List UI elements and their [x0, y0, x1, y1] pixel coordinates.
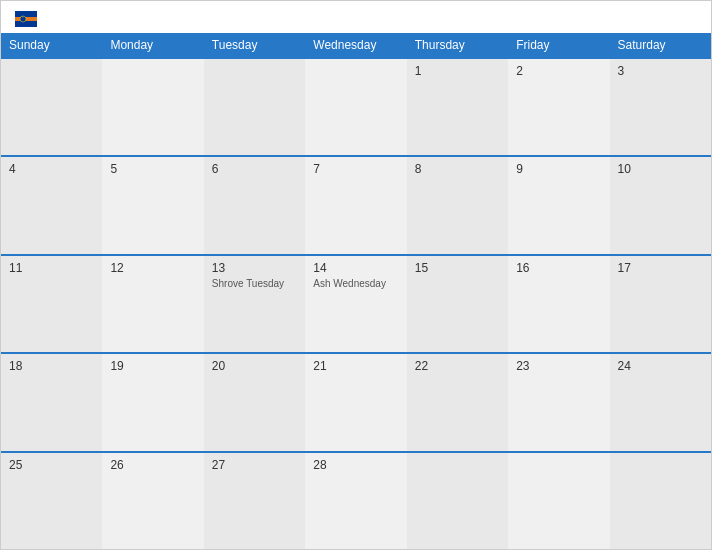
day-cell: 22	[407, 354, 508, 450]
day-number: 16	[516, 261, 601, 275]
day-number: 24	[618, 359, 703, 373]
day-cell: 2	[508, 59, 609, 155]
day-cell: 21	[305, 354, 406, 450]
day-cell: 1	[407, 59, 508, 155]
day-cell: 4	[1, 157, 102, 253]
day-number: 27	[212, 458, 297, 472]
day-monday: Monday	[102, 33, 203, 57]
day-number: 25	[9, 458, 94, 472]
day-cell	[508, 453, 609, 549]
logo-flag-icon	[15, 11, 37, 27]
day-cell	[305, 59, 406, 155]
day-cell	[610, 453, 711, 549]
day-cell: 20	[204, 354, 305, 450]
day-cell: 14Ash Wednesday	[305, 256, 406, 352]
week-row-4: 18192021222324	[1, 352, 711, 450]
day-cell: 11	[1, 256, 102, 352]
day-number: 8	[415, 162, 500, 176]
day-number: 4	[9, 162, 94, 176]
week-row-3: 111213Shrove Tuesday14Ash Wednesday15161…	[1, 254, 711, 352]
day-number: 11	[9, 261, 94, 275]
day-number: 22	[415, 359, 500, 373]
day-cell: 18	[1, 354, 102, 450]
day-number: 13	[212, 261, 297, 275]
day-number: 26	[110, 458, 195, 472]
day-tuesday: Tuesday	[204, 33, 305, 57]
day-number: 3	[618, 64, 703, 78]
week-row-1: 123	[1, 57, 711, 155]
day-number: 19	[110, 359, 195, 373]
day-number: 23	[516, 359, 601, 373]
week-row-5: 25262728	[1, 451, 711, 549]
day-number: 18	[9, 359, 94, 373]
day-number: 5	[110, 162, 195, 176]
day-cell	[102, 59, 203, 155]
day-cell	[204, 59, 305, 155]
day-cell: 25	[1, 453, 102, 549]
calendar: Sunday Monday Tuesday Wednesday Thursday…	[0, 0, 712, 550]
day-number: 10	[618, 162, 703, 176]
svg-point-5	[21, 17, 25, 21]
days-header: Sunday Monday Tuesday Wednesday Thursday…	[1, 33, 711, 57]
day-cell	[407, 453, 508, 549]
day-cell: 24	[610, 354, 711, 450]
day-cell: 27	[204, 453, 305, 549]
day-number: 12	[110, 261, 195, 275]
day-number: 7	[313, 162, 398, 176]
day-number: 20	[212, 359, 297, 373]
day-number: 6	[212, 162, 297, 176]
day-cell	[1, 59, 102, 155]
day-cell: 10	[610, 157, 711, 253]
day-cell: 12	[102, 256, 203, 352]
day-cell: 5	[102, 157, 203, 253]
day-cell: 9	[508, 157, 609, 253]
day-cell: 26	[102, 453, 203, 549]
day-number: 28	[313, 458, 398, 472]
day-cell: 15	[407, 256, 508, 352]
day-cell: 13Shrove Tuesday	[204, 256, 305, 352]
day-saturday: Saturday	[610, 33, 711, 57]
calendar-grid: 12345678910111213Shrove Tuesday14Ash Wed…	[1, 57, 711, 549]
day-number: 14	[313, 261, 398, 275]
day-cell: 8	[407, 157, 508, 253]
day-cell: 28	[305, 453, 406, 549]
calendar-header	[1, 1, 711, 33]
day-number: 1	[415, 64, 500, 78]
logo	[13, 11, 37, 27]
day-friday: Friday	[508, 33, 609, 57]
day-cell: 3	[610, 59, 711, 155]
day-cell: 19	[102, 354, 203, 450]
day-number: 2	[516, 64, 601, 78]
day-wednesday: Wednesday	[305, 33, 406, 57]
day-cell: 17	[610, 256, 711, 352]
day-number: 9	[516, 162, 601, 176]
day-number: 15	[415, 261, 500, 275]
day-cell: 23	[508, 354, 609, 450]
day-cell: 6	[204, 157, 305, 253]
day-event: Shrove Tuesday	[212, 277, 297, 290]
day-cell: 16	[508, 256, 609, 352]
day-event: Ash Wednesday	[313, 277, 398, 290]
day-cell: 7	[305, 157, 406, 253]
day-number: 17	[618, 261, 703, 275]
week-row-2: 45678910	[1, 155, 711, 253]
day-thursday: Thursday	[407, 33, 508, 57]
day-sunday: Sunday	[1, 33, 102, 57]
day-number: 21	[313, 359, 398, 373]
